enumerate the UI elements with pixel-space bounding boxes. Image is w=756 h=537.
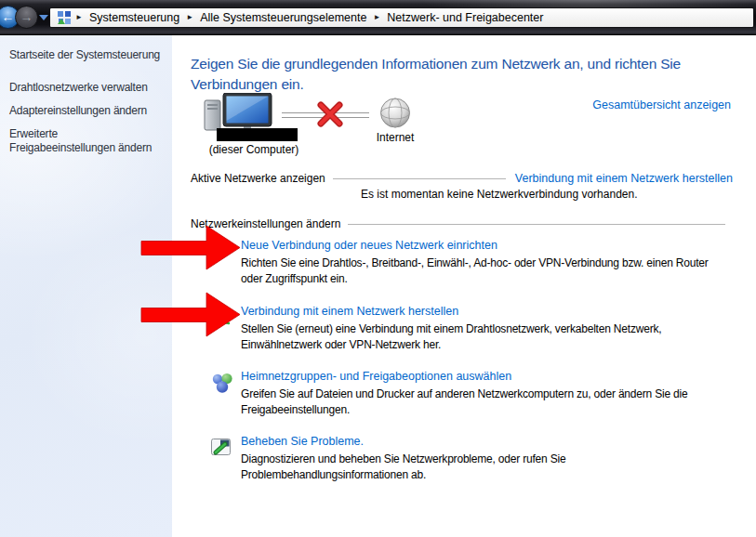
- network-settings-section: Netzwerkeinstellungen ändern: [191, 217, 735, 230]
- forward-button[interactable]: →: [15, 6, 38, 29]
- sidebar: Startseite der Systemsteuerung Drahtlosn…: [0, 35, 172, 537]
- homegroup-icon: [210, 372, 234, 399]
- breadcrumb-separator-icon: ►: [73, 14, 85, 21]
- navigation-bar: ← → ► Systemsteuerung ► Alle Systemsteue…: [0, 0, 756, 35]
- breadcrumb-item-alle-systemsteuerungselemente[interactable]: Alle Systemsteuerungselemente: [195, 11, 371, 24]
- connect-network-description: Stellen Sie (erneut) eine Verbindung mit…: [241, 321, 756, 353]
- section-rule: [348, 224, 725, 225]
- sidebar-item-freigabeeinstellungen[interactable]: Erweiterte Freigabeeinstellungen ändern: [9, 127, 166, 155]
- section-rule: [333, 178, 506, 179]
- new-connection-description: Richten Sie eine Drahtlos-, Breitband-, …: [241, 255, 756, 287]
- homegroup-link[interactable]: Heimnetzgruppen- und Freigabeoptionen au…: [241, 370, 511, 383]
- task-new-connection: Neue Verbindung oder neues Netzwerk einr…: [210, 239, 756, 287]
- no-connection-x-icon: [316, 100, 344, 131]
- back-arrow-icon: ←: [2, 10, 15, 23]
- breadcrumb-item-systemsteuerung[interactable]: Systemsteuerung: [85, 11, 184, 24]
- connect-to-network-link[interactable]: Verbindung mit einem Netzwerk herstellen: [515, 172, 733, 185]
- main-content: Zeigen Sie die grundlegenden Information…: [172, 35, 756, 537]
- active-networks-label: Aktive Netzwerke anzeigen: [191, 172, 325, 185]
- control-panel-icon: [57, 10, 72, 25]
- full-map-link[interactable]: Gesamtübersicht anzeigen: [592, 98, 731, 111]
- address-bar[interactable]: ► Systemsteuerung ► Alle Systemsteuerung…: [49, 7, 754, 28]
- redacted-computer-name: [217, 128, 298, 141]
- sidebar-item-startseite[interactable]: Startseite der Systemsteuerung: [9, 35, 166, 62]
- new-connection-link[interactable]: Neue Verbindung oder neues Netzwerk einr…: [241, 239, 497, 252]
- troubleshoot-link[interactable]: Beheben Sie Probleme.: [241, 435, 364, 448]
- active-networks-section: Aktive Netzwerke anzeigen Verbindung mit…: [191, 172, 733, 185]
- sidebar-item-drahtlosnetzwerke[interactable]: Drahtlosnetzwerke verwalten: [9, 81, 166, 95]
- breadcrumb-separator-icon: ►: [371, 14, 382, 21]
- task-connect-network: Verbindung mit einem Netzwerk herstellen…: [210, 305, 756, 353]
- breadcrumb-separator-icon: ►: [184, 14, 195, 21]
- no-connection-status: Es ist momentan keine Netzwerkverbindung…: [361, 188, 638, 201]
- new-connection-icon: [210, 241, 232, 266]
- troubleshoot-description: Diagnostizieren und beheben Sie Netzwerk…: [241, 452, 756, 483]
- computer-caption: (dieser Computer): [198, 143, 310, 156]
- forward-arrow-icon: →: [20, 10, 33, 23]
- breadcrumb-item-netzwerk-und-freigabecenter[interactable]: Netzwerk- und Freigabecenter: [382, 11, 548, 24]
- page-heading: Zeigen Sie die grundlegenden Information…: [191, 54, 735, 95]
- task-troubleshoot: Beheben Sie Probleme. Diagnostizieren un…: [210, 435, 756, 483]
- sidebar-item-adaptereinstellungen[interactable]: Adaptereinstellungen ändern: [9, 104, 166, 118]
- recent-pages-dropdown-icon[interactable]: [39, 15, 48, 20]
- internet-caption: Internet: [369, 131, 421, 144]
- connect-network-icon: [210, 307, 232, 332]
- task-homegroup: Heimnetzgruppen- und Freigabeoptionen au…: [210, 370, 756, 418]
- troubleshoot-icon: [210, 437, 232, 462]
- network-and-sharing-center-window: ← → ► Systemsteuerung ► Alle Systemsteue…: [0, 0, 756, 537]
- homegroup-description: Greifen Sie auf Dateien und Drucker auf …: [241, 386, 756, 418]
- internet-globe-icon: [378, 97, 412, 133]
- connect-network-link[interactable]: Verbindung mit einem Netzwerk herstellen: [241, 305, 458, 318]
- network-settings-label: Netzwerkeinstellungen ändern: [191, 217, 340, 230]
